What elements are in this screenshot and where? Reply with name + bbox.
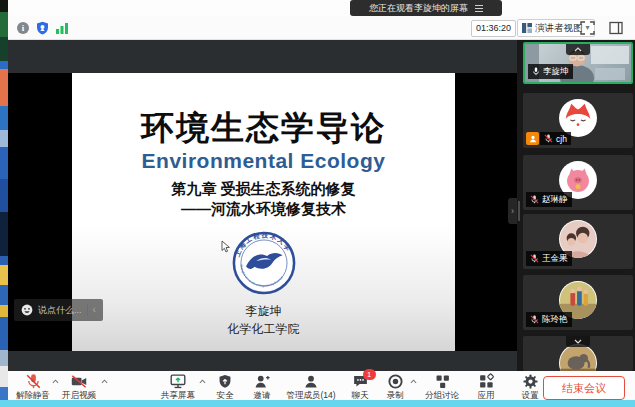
participant-name: 王金果 (542, 253, 568, 265)
chevron-down-icon (574, 339, 582, 344)
participant-name: cjh (556, 134, 567, 144)
breakout-rooms-icon (434, 373, 451, 390)
end-meeting-button[interactable]: 结束会议 (543, 376, 625, 400)
hand-raised-badge (526, 132, 539, 145)
participant-name: 陈玲艳 (542, 314, 568, 326)
mic-muted-icon (530, 315, 539, 324)
slide-subtitle-english: Environmental Ecology (72, 149, 455, 173)
slide-chapter-line2: ——河流水环境修复技术 (72, 200, 455, 219)
mic-muted-icon (530, 195, 539, 204)
sidebar-collapse-handle[interactable]: › (508, 198, 517, 224)
slide-presenter-name: 李旋坤 (72, 303, 455, 320)
security-status-icon[interactable] (36, 21, 49, 35)
view-mode-label: 演讲者视图 (535, 22, 583, 35)
avatar (559, 344, 597, 371)
side-panel-toggle-icon[interactable] (609, 21, 623, 35)
participant-tile[interactable]: 赵琳静 (523, 155, 633, 210)
scroll-participants-up-button[interactable] (566, 44, 590, 55)
elephant-avatar-icon (559, 344, 597, 371)
meeting-info-icon[interactable]: i (17, 22, 29, 34)
slide-department: 化学化工学院 (72, 321, 455, 338)
participant-tile-video[interactable]: 李旋坤 (523, 42, 633, 84)
members-icon (303, 373, 319, 390)
chat-quick-input[interactable]: 说点什么... ‹ (14, 299, 103, 321)
meeting-duration-timer: 01:36:20 (471, 20, 516, 37)
start-video-button[interactable]: 开启视频 (49, 373, 109, 399)
record-icon (387, 373, 404, 390)
fullscreen-icon[interactable] (580, 21, 595, 35)
meeting-app-window: 您正在观看李旋坤的屏幕 i 01:36:20 演讲者视图 ▾ 环境生态学导论 E… (0, 0, 635, 407)
settings-gear-icon (522, 373, 539, 390)
share-screen-bottom-band (8, 351, 517, 371)
apps-icon (478, 373, 495, 390)
chevron-up-icon (574, 47, 582, 52)
participant-tile-partial[interactable] (523, 336, 633, 371)
network-signal-icon[interactable] (56, 23, 69, 34)
sidebar-resize-bar[interactable] (518, 201, 520, 221)
university-logo: 上海工程技术大学 Shanghai University of Engineer… (232, 231, 296, 295)
share-screen-top-band (8, 40, 517, 73)
desktop-background-strip (0, 0, 8, 407)
shared-presentation-slide: 环境生态学导论 Environmental Ecology 第九章 受损生态系统… (72, 73, 455, 351)
layout-view-icon (522, 23, 532, 33)
tooltip-menu-icon[interactable] (475, 5, 483, 12)
slide-chapter-line1: 第九章 受损生态系统的修复 (72, 180, 455, 199)
participant-tile[interactable]: 陈玲艳 (523, 275, 633, 330)
security-shield-icon (217, 373, 233, 390)
watching-screen-tooltip: 您正在观看李旋坤的屏幕 (350, 0, 502, 16)
camera-off-icon (70, 373, 88, 390)
chat-collapse-icon[interactable]: ‹ (93, 305, 96, 315)
emoji-smiley-icon[interactable] (21, 304, 33, 316)
scroll-participants-down-button[interactable] (566, 336, 590, 347)
mic-muted-icon (530, 254, 539, 263)
window-title-strip (8, 0, 635, 16)
mic-muted-icon (25, 373, 42, 390)
participants-sidebar: 李旋坤 (517, 40, 635, 371)
share-screen-icon (169, 373, 187, 390)
chat-divider (87, 304, 88, 316)
tooltip-text: 您正在观看李旋坤的屏幕 (369, 2, 468, 15)
chat-input-placeholder[interactable]: 说点什么... (38, 304, 82, 317)
participant-name: 李旋坤 (543, 66, 569, 78)
mic-on-icon (532, 67, 540, 76)
mic-muted-icon (544, 134, 553, 143)
participant-tile[interactable]: cjh (523, 93, 633, 148)
participant-tile[interactable]: 王金果 (523, 214, 633, 269)
participant-name: 赵琳静 (542, 194, 568, 206)
invite-person-icon (253, 373, 271, 390)
video-options-chevron-icon[interactable] (101, 379, 108, 384)
mouse-cursor (221, 240, 231, 253)
slide-title: 环境生态学导论 (72, 111, 455, 146)
bottom-edge-line (0, 400, 635, 407)
